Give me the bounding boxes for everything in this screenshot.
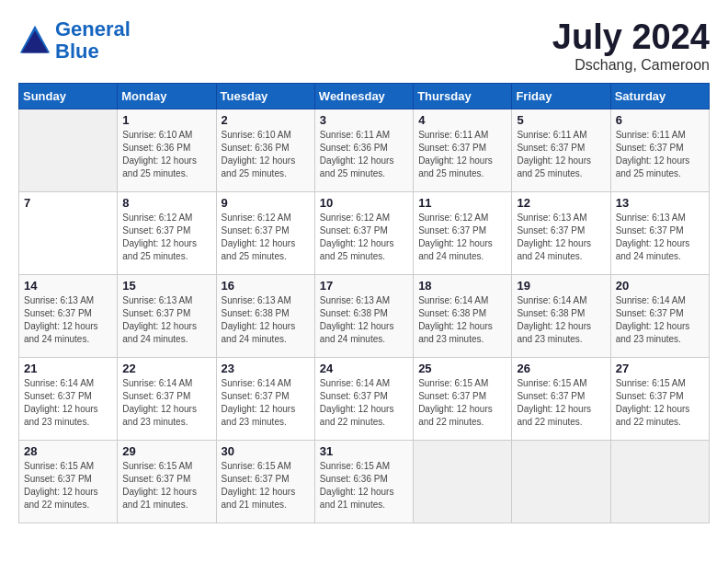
calendar-cell: 27Sunrise: 6:15 AMSunset: 6:37 PMDayligh… bbox=[610, 357, 709, 440]
day-number: 11 bbox=[418, 196, 506, 210]
day-info: Sunrise: 6:14 AMSunset: 6:38 PMDaylight:… bbox=[418, 294, 506, 346]
day-info: Sunrise: 6:15 AMSunset: 6:37 PMDaylight:… bbox=[122, 460, 210, 511]
day-number: 31 bbox=[320, 444, 408, 458]
calendar-cell: 12Sunrise: 6:13 AMSunset: 6:37 PMDayligh… bbox=[512, 191, 610, 274]
calendar-cell: 6Sunrise: 6:11 AMSunset: 6:37 PMDaylight… bbox=[610, 109, 709, 191]
day-number: 21 bbox=[24, 362, 112, 375]
header-day-thursday: Thursday bbox=[414, 83, 512, 109]
day-info: Sunrise: 6:13 AMSunset: 6:38 PMDaylight:… bbox=[222, 294, 310, 346]
day-number: 16 bbox=[222, 279, 310, 293]
day-number: 18 bbox=[418, 279, 506, 293]
day-number: 27 bbox=[616, 362, 704, 375]
day-number: 5 bbox=[517, 113, 605, 127]
day-number: 23 bbox=[222, 362, 310, 375]
day-info: Sunrise: 6:13 AMSunset: 6:37 PMDaylight:… bbox=[517, 212, 605, 263]
calendar-cell: 3Sunrise: 6:11 AMSunset: 6:36 PMDaylight… bbox=[314, 109, 413, 191]
logo: General Blue bbox=[18, 18, 131, 63]
day-number: 22 bbox=[122, 362, 210, 375]
day-info: Sunrise: 6:14 AMSunset: 6:37 PMDaylight:… bbox=[24, 377, 112, 429]
day-number: 20 bbox=[616, 279, 704, 293]
calendar-cell: 15Sunrise: 6:13 AMSunset: 6:37 PMDayligh… bbox=[118, 274, 216, 357]
calendar-cell: 30Sunrise: 6:15 AMSunset: 6:37 PMDayligh… bbox=[216, 440, 314, 523]
calendar-cell: 18Sunrise: 6:14 AMSunset: 6:38 PMDayligh… bbox=[414, 274, 512, 357]
header-day-sunday: Sunday bbox=[19, 83, 118, 109]
day-number: 10 bbox=[320, 196, 408, 210]
day-info: Sunrise: 6:12 AMSunset: 6:37 PMDaylight:… bbox=[222, 212, 310, 263]
logo-text: General Blue bbox=[55, 18, 131, 63]
day-info: Sunrise: 6:14 AMSunset: 6:37 PMDaylight:… bbox=[222, 377, 310, 429]
header-day-wednesday: Wednesday bbox=[314, 83, 413, 109]
day-info: Sunrise: 6:11 AMSunset: 6:37 PMDaylight:… bbox=[517, 129, 605, 180]
day-number: 6 bbox=[616, 113, 704, 127]
calendar-cell: 4Sunrise: 6:11 AMSunset: 6:37 PMDaylight… bbox=[414, 109, 512, 191]
header-day-tuesday: Tuesday bbox=[216, 83, 314, 109]
day-info: Sunrise: 6:15 AMSunset: 6:37 PMDaylight:… bbox=[517, 377, 605, 429]
calendar-cell bbox=[610, 440, 709, 523]
day-number: 24 bbox=[320, 362, 408, 375]
calendar-cell: 11Sunrise: 6:12 AMSunset: 6:37 PMDayligh… bbox=[414, 191, 512, 274]
day-number: 30 bbox=[222, 444, 310, 458]
calendar-cell bbox=[414, 440, 512, 523]
logo-icon bbox=[18, 24, 51, 57]
day-info: Sunrise: 6:11 AMSunset: 6:37 PMDaylight:… bbox=[418, 129, 506, 180]
day-info: Sunrise: 6:15 AMSunset: 6:37 PMDaylight:… bbox=[24, 460, 112, 511]
day-info: Sunrise: 6:11 AMSunset: 6:36 PMDaylight:… bbox=[320, 129, 408, 180]
day-info: Sunrise: 6:15 AMSunset: 6:36 PMDaylight:… bbox=[320, 460, 408, 511]
day-info: Sunrise: 6:15 AMSunset: 6:37 PMDaylight:… bbox=[222, 460, 310, 511]
calendar-header-row: SundayMondayTuesdayWednesdayThursdayFrid… bbox=[19, 83, 710, 109]
day-number: 4 bbox=[418, 113, 506, 127]
calendar-cell: 29Sunrise: 6:15 AMSunset: 6:37 PMDayligh… bbox=[118, 440, 216, 523]
day-info: Sunrise: 6:13 AMSunset: 6:37 PMDaylight:… bbox=[616, 212, 704, 263]
calendar-cell: 20Sunrise: 6:14 AMSunset: 6:37 PMDayligh… bbox=[610, 274, 709, 357]
location: Dschang, Cameroon bbox=[552, 57, 710, 74]
calendar-cell: 17Sunrise: 6:13 AMSunset: 6:38 PMDayligh… bbox=[314, 274, 413, 357]
calendar-cell: 19Sunrise: 6:14 AMSunset: 6:38 PMDayligh… bbox=[512, 274, 610, 357]
calendar-cell: 10Sunrise: 6:12 AMSunset: 6:37 PMDayligh… bbox=[314, 191, 413, 274]
day-number: 12 bbox=[517, 196, 605, 210]
day-number: 14 bbox=[24, 279, 112, 293]
calendar-cell: 23Sunrise: 6:14 AMSunset: 6:37 PMDayligh… bbox=[216, 357, 314, 440]
day-number: 25 bbox=[418, 362, 506, 375]
day-number: 8 bbox=[122, 196, 210, 210]
calendar-cell: 28Sunrise: 6:15 AMSunset: 6:37 PMDayligh… bbox=[19, 440, 118, 523]
day-number: 28 bbox=[24, 444, 112, 458]
day-info: Sunrise: 6:13 AMSunset: 6:37 PMDaylight:… bbox=[122, 294, 210, 346]
calendar-cell: 22Sunrise: 6:14 AMSunset: 6:37 PMDayligh… bbox=[118, 357, 216, 440]
day-info: Sunrise: 6:14 AMSunset: 6:37 PMDaylight:… bbox=[616, 294, 704, 346]
day-number: 29 bbox=[122, 444, 210, 458]
calendar-cell: 14Sunrise: 6:13 AMSunset: 6:37 PMDayligh… bbox=[19, 274, 118, 357]
day-info: Sunrise: 6:11 AMSunset: 6:37 PMDaylight:… bbox=[616, 129, 704, 180]
calendar-cell: 13Sunrise: 6:13 AMSunset: 6:37 PMDayligh… bbox=[610, 191, 709, 274]
calendar-cell: 21Sunrise: 6:14 AMSunset: 6:37 PMDayligh… bbox=[19, 357, 118, 440]
calendar-cell: 5Sunrise: 6:11 AMSunset: 6:37 PMDaylight… bbox=[512, 109, 610, 191]
calendar-cell bbox=[512, 440, 610, 523]
day-number: 7 bbox=[24, 196, 112, 210]
day-info: Sunrise: 6:10 AMSunset: 6:36 PMDaylight:… bbox=[122, 129, 210, 180]
calendar-cell: 8Sunrise: 6:12 AMSunset: 6:37 PMDaylight… bbox=[118, 191, 216, 274]
day-info: Sunrise: 6:15 AMSunset: 6:37 PMDaylight:… bbox=[616, 377, 704, 429]
day-number: 3 bbox=[320, 113, 408, 127]
calendar-table: SundayMondayTuesdayWednesdayThursdayFrid… bbox=[18, 83, 710, 523]
day-info: Sunrise: 6:12 AMSunset: 6:37 PMDaylight:… bbox=[418, 212, 506, 263]
day-number: 19 bbox=[517, 279, 605, 293]
calendar-cell: 31Sunrise: 6:15 AMSunset: 6:36 PMDayligh… bbox=[314, 440, 413, 523]
calendar-week-row: 28Sunrise: 6:15 AMSunset: 6:37 PMDayligh… bbox=[19, 440, 710, 523]
title-block: July 2024 Dschang, Cameroon bbox=[552, 18, 710, 74]
header-day-friday: Friday bbox=[512, 83, 610, 109]
calendar-cell: 16Sunrise: 6:13 AMSunset: 6:38 PMDayligh… bbox=[216, 274, 314, 357]
calendar-week-row: 21Sunrise: 6:14 AMSunset: 6:37 PMDayligh… bbox=[19, 357, 710, 440]
header-day-saturday: Saturday bbox=[610, 83, 709, 109]
calendar-cell: 26Sunrise: 6:15 AMSunset: 6:37 PMDayligh… bbox=[512, 357, 610, 440]
day-info: Sunrise: 6:15 AMSunset: 6:37 PMDaylight:… bbox=[418, 377, 506, 429]
calendar-cell: 24Sunrise: 6:14 AMSunset: 6:37 PMDayligh… bbox=[314, 357, 413, 440]
month-title: July 2024 bbox=[552, 18, 710, 57]
calendar-week-row: 14Sunrise: 6:13 AMSunset: 6:37 PMDayligh… bbox=[19, 274, 710, 357]
day-info: Sunrise: 6:13 AMSunset: 6:37 PMDaylight:… bbox=[24, 294, 112, 346]
day-number: 13 bbox=[616, 196, 704, 210]
calendar-cell: 9Sunrise: 6:12 AMSunset: 6:37 PMDaylight… bbox=[216, 191, 314, 274]
day-info: Sunrise: 6:13 AMSunset: 6:38 PMDaylight:… bbox=[320, 294, 408, 346]
day-number: 17 bbox=[320, 279, 408, 293]
calendar-cell: 7 bbox=[19, 191, 118, 274]
calendar-cell: 25Sunrise: 6:15 AMSunset: 6:37 PMDayligh… bbox=[414, 357, 512, 440]
calendar-cell bbox=[19, 109, 118, 191]
